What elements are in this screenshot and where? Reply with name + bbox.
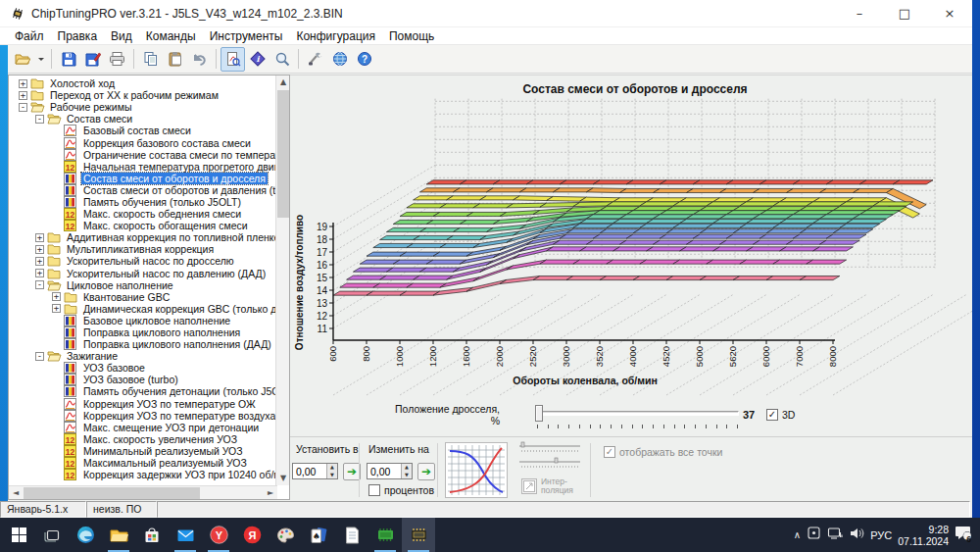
throttle-slider-thumb[interactable] bbox=[535, 405, 543, 422]
maximize-button[interactable]: □ bbox=[882, 0, 927, 27]
collapse-minus-icon[interactable]: - bbox=[35, 280, 44, 289]
collapse-minus-icon[interactable]: - bbox=[19, 103, 27, 112]
change-by-spinbox[interactable]: 0,00 ▲▼ bbox=[367, 463, 413, 479]
tools-icon[interactable] bbox=[303, 47, 327, 72]
expand-plus-icon[interactable]: + bbox=[35, 269, 44, 277]
tree-item[interactable]: +Переход от ХХ к рабочим режимам bbox=[9, 89, 275, 101]
notifications-icon[interactable]: 6 bbox=[955, 525, 972, 545]
tree-item[interactable]: +Мультипликативная коррекция bbox=[9, 243, 275, 255]
tree-item[interactable]: +Ускорительный насос по дросселю bbox=[9, 255, 275, 267]
tree-item[interactable]: Поправка циклового наполнения (ДАД) bbox=[9, 338, 275, 350]
tree-item[interactable]: 12Начальная температура прогретого двига… bbox=[9, 161, 275, 173]
menu-Правка[interactable]: Правка bbox=[51, 28, 105, 44]
tree-item[interactable]: Базовый состав смеси bbox=[9, 125, 275, 136]
tree-item[interactable]: +Холостой ход bbox=[9, 77, 275, 89]
tree-item[interactable]: Память обучения (только J5OLT) bbox=[9, 196, 275, 208]
close-button[interactable]: × bbox=[927, 0, 972, 27]
tree-item[interactable]: 12Максимальный реализуемый УОЗ bbox=[9, 457, 275, 469]
language-indicator[interactable]: РУС bbox=[870, 529, 892, 541]
checkbox-show-all-box[interactable]: ✓ bbox=[604, 446, 615, 458]
tray-expand-icon[interactable]: ∧ bbox=[794, 529, 801, 540]
tree-item[interactable]: 12Минимальный реализуемый УОЗ bbox=[9, 445, 275, 457]
collapse-minus-icon[interactable]: - bbox=[35, 115, 44, 124]
expand-plus-icon[interactable]: + bbox=[19, 91, 27, 100]
tree-item[interactable]: 12Макс. скорость увеличения УОЗ bbox=[9, 433, 275, 445]
checkbox-3d[interactable]: ✓ 3D bbox=[766, 409, 795, 421]
taskbar-notepad-icon[interactable] bbox=[335, 518, 368, 552]
tree-item[interactable]: +Квантование GBC bbox=[9, 291, 275, 303]
menu-Команды[interactable]: Команды bbox=[139, 28, 203, 44]
expand-plus-icon[interactable]: + bbox=[35, 233, 44, 242]
tree-item[interactable]: Состав смеси от оборотов и давления (tur… bbox=[9, 184, 275, 196]
tree-item[interactable]: -Состав смеси bbox=[9, 113, 275, 125]
volume-icon[interactable] bbox=[849, 527, 864, 544]
tree-item[interactable]: Поправка циклового наполнения bbox=[9, 326, 275, 338]
tree-item[interactable]: -Зажигание bbox=[9, 350, 275, 362]
spin-up-icon[interactable]: ▲ bbox=[402, 464, 412, 472]
taskbar-yandex-icon[interactable]: Я bbox=[235, 518, 269, 552]
report-icon[interactable] bbox=[220, 47, 245, 72]
network-icon[interactable] bbox=[827, 527, 843, 544]
taskbar-paint3d-icon[interactable] bbox=[269, 518, 302, 552]
taskbar-explorer-icon[interactable] bbox=[102, 518, 135, 552]
tree-item[interactable]: Ограничение состава смеси по температуре bbox=[9, 149, 275, 161]
taskbar-edge-icon[interactable] bbox=[69, 518, 102, 552]
spin-down-icon[interactable]: ▼ bbox=[327, 472, 337, 479]
tree-vertical-scrollbar[interactable]: ▲ ▼ bbox=[275, 75, 289, 485]
taskbar-chip-icon[interactable] bbox=[368, 518, 402, 552]
taskbar-mail-icon[interactable] bbox=[169, 518, 202, 552]
taskbar-solitaire-icon[interactable]: ♠ bbox=[302, 518, 335, 552]
interpolation-button[interactable]: Интер- поляция bbox=[521, 475, 584, 498]
scroll-down-icon[interactable]: ▼ bbox=[276, 472, 290, 485]
collapse-minus-icon[interactable]: - bbox=[35, 352, 44, 361]
paste-icon[interactable] bbox=[163, 47, 187, 72]
print-icon[interactable] bbox=[105, 47, 129, 72]
expand-plus-icon[interactable]: + bbox=[52, 304, 61, 313]
tree-item[interactable]: Макс. смещение УОЗ при детонации bbox=[9, 422, 275, 433]
tree-horizontal-scrollbar[interactable]: ◄ ► bbox=[9, 485, 277, 499]
tree-item[interactable]: Базовое цикловое наполнение bbox=[9, 315, 275, 326]
taskbar-store-icon[interactable] bbox=[135, 518, 169, 552]
spin-down-icon[interactable]: ▼ bbox=[402, 472, 412, 479]
tree-item[interactable]: +Ускорительный насос по давлению (ДАД) bbox=[9, 268, 275, 279]
update-icon[interactable] bbox=[807, 526, 821, 544]
tree-item[interactable]: 12Макс. скорость обеднения смеси bbox=[9, 208, 275, 220]
tree-item[interactable]: 12Макс. скорость обогащения смеси bbox=[9, 220, 275, 231]
menu-Помощь[interactable]: Помощь bbox=[382, 28, 441, 44]
expand-plus-icon[interactable]: + bbox=[19, 79, 27, 88]
tree-item[interactable]: +Динамическая коррекция GBC (только для … bbox=[9, 303, 275, 315]
menu-Конфигурация[interactable]: Конфигурация bbox=[289, 28, 382, 44]
info-icon[interactable]: i bbox=[245, 47, 270, 72]
expand-plus-icon[interactable]: + bbox=[52, 292, 61, 301]
menu-Файл[interactable]: Файл bbox=[8, 28, 51, 44]
help-icon[interactable]: ? bbox=[352, 47, 376, 72]
tree-item[interactable]: Память обучения детонации (только J5OLT) bbox=[9, 385, 275, 397]
clock[interactable]: 9:28 07.11.2024 bbox=[898, 524, 949, 547]
tree-item[interactable]: Коррекция УОЗ по температуре ОЖ bbox=[9, 398, 275, 410]
apply-change-button[interactable]: ➔ bbox=[417, 463, 435, 480]
copy-icon[interactable] bbox=[138, 47, 163, 72]
scroll-up-icon[interactable]: ▲ bbox=[276, 75, 290, 89]
tree-item[interactable]: УОЗ базовое (turbo) bbox=[9, 374, 275, 385]
tree-item[interactable]: Коррекция базового состава смеси bbox=[9, 136, 275, 148]
throttle-slider-track[interactable] bbox=[535, 411, 739, 416]
expand-plus-icon[interactable]: + bbox=[35, 245, 44, 254]
checkbox-percent[interactable]: процентов bbox=[368, 484, 434, 496]
curves-preview-button[interactable] bbox=[445, 442, 508, 498]
slider-mode-buttons[interactable]: " bbox=[517, 440, 584, 472]
menu-Вид[interactable]: Вид bbox=[104, 28, 139, 44]
tree-item[interactable]: Состав смеси от оборотов и дросселя bbox=[9, 173, 275, 184]
tree-hscroll-thumb[interactable] bbox=[24, 487, 200, 499]
tree-vscroll-thumb[interactable] bbox=[277, 90, 289, 218]
taskbar-start-icon[interactable] bbox=[2, 518, 35, 552]
globe-icon[interactable] bbox=[327, 47, 352, 72]
expand-plus-icon[interactable]: + bbox=[35, 257, 44, 266]
checkbox-show-all-points[interactable]: ✓ отображать все точки bbox=[604, 446, 722, 458]
scroll-left-icon[interactable]: ◄ bbox=[9, 486, 23, 500]
checkbox-3d-box[interactable]: ✓ bbox=[766, 409, 778, 421]
tree-item[interactable]: +Аддитивная коррекция по топливной пленк… bbox=[9, 231, 275, 243]
tree-item[interactable]: -Рабочие режимы bbox=[9, 101, 275, 113]
save-icon[interactable] bbox=[56, 47, 80, 72]
open-icon[interactable] bbox=[10, 47, 34, 72]
taskbar-chip-active-icon[interactable] bbox=[402, 518, 435, 552]
